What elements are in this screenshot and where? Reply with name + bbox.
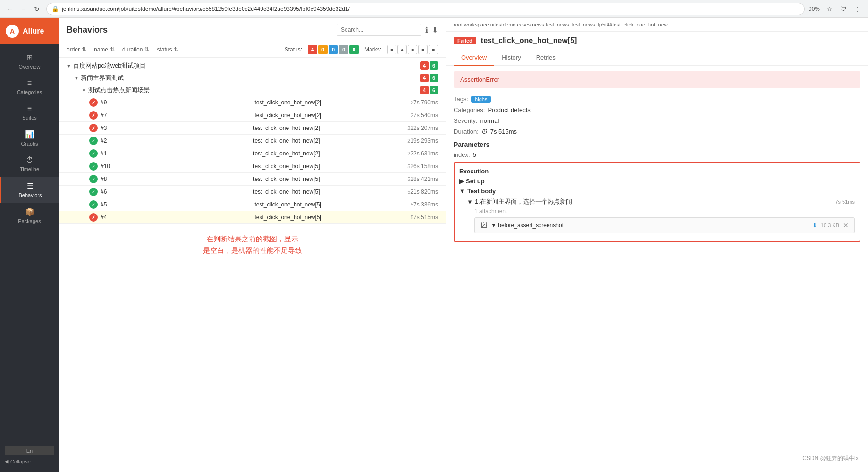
status-badge-failed[interactable]: 4 <box>308 45 317 54</box>
search-input[interactable] <box>337 24 421 36</box>
duration-value: 7s 515ms <box>490 128 517 135</box>
testbody-section[interactable]: ▼ Test body ▼ 1.在新闻主界面，选择一个热点新闻 7s 51ms … <box>459 188 855 233</box>
sidebar-item-packages[interactable]: 📦 Packages <box>0 203 59 229</box>
test-row-t9[interactable]: ✓ #5 test_click_one_hot_new[5] 5 7s 336m… <box>59 198 446 211</box>
suites-icon: ≡ <box>27 104 32 113</box>
attachment-download[interactable]: ⬇ <box>812 222 817 229</box>
tab-retries[interactable]: Retries <box>529 50 563 66</box>
test-row-t3[interactable]: ✗ #3 test_click_one_hot_new[2] 2 22s 207… <box>59 122 446 135</box>
tab-overview[interactable]: Overview <box>454 50 494 66</box>
mark-badge-2[interactable]: ■ <box>408 45 417 54</box>
status-icon-pass: ✓ <box>89 175 98 183</box>
status-icon-pass: ✓ <box>89 162 98 171</box>
collapse-label: Collapse <box>10 459 31 464</box>
count-badge-green3: 6 <box>430 86 438 94</box>
status-badge-skipped[interactable]: 0 <box>329 45 338 54</box>
test-row-t10[interactable]: ✗ #4 test_click_one_hot_new[5] 5 7s 515m… <box>59 211 446 224</box>
sidebar-item-graphs[interactable]: 📊 Graphs <box>0 125 59 151</box>
test-row-t1[interactable]: ✗ #9 test_click_one_hot_new[2] 2 7s 790m… <box>59 96 446 109</box>
step-1[interactable]: ▼ 1.在新闻主界面，选择一个热点新闻 7s 51ms 1 attachment… <box>467 197 855 233</box>
test-num: #10 <box>101 163 253 170</box>
order-column[interactable]: order ⇅ <box>67 46 86 53</box>
duration-label: Duration: <box>454 128 479 135</box>
info-button[interactable]: ℹ <box>425 26 428 34</box>
param-index-value: 5 <box>473 151 476 158</box>
detail-path: root.workspace.uitestdemo.cases.news.tes… <box>446 18 868 32</box>
annotation-text: 在判断结果之前的截图，显示是空白，是机器的性能不足导致 <box>203 233 302 256</box>
status-badge-passed[interactable]: 0 <box>349 45 359 54</box>
tab-history[interactable]: History <box>494 50 528 66</box>
chevron-icon: ▼ <box>74 76 79 81</box>
sidebar-bottom: En ◀ Collapse <box>0 441 59 472</box>
step-1-duration: 7s 51ms <box>835 199 855 205</box>
setup-label: Set up <box>466 178 485 185</box>
chevron-setup-icon: ▶ <box>459 178 464 185</box>
download-button[interactable]: ⬇ <box>432 26 438 34</box>
test-row-t4[interactable]: ✓ #2 test_click_one_hot_new[2] 2 19s 293… <box>59 135 446 147</box>
status-icon-pass: ✓ <box>89 137 98 145</box>
test-row-t7[interactable]: ✓ #8 test_click_one_hot_new[5] 5 28s 421… <box>59 173 446 186</box>
bookmark-button[interactable]: ☆ <box>824 3 835 15</box>
test-duration-t3: 22s 207ms <box>410 125 438 131</box>
lang-button[interactable]: En <box>5 446 54 455</box>
name-column[interactable]: name ⇅ <box>94 46 115 53</box>
test-row-t5[interactable]: ✓ #1 test_click_one_hot_new[2] 2 22s 631… <box>59 147 446 160</box>
test-duration-t4: 19s 293ms <box>410 137 438 144</box>
test-row-t6[interactable]: ✓ #10 test_click_one_hot_new[5] 5 26s 15… <box>59 160 446 173</box>
execution-header: Execution <box>459 168 855 175</box>
test-duration-t9: 7s 336ms <box>413 201 438 208</box>
tags-row: Tags: highs <box>454 95 860 103</box>
categories-value: Product defects <box>488 106 530 113</box>
sidebar-item-behaviors[interactable]: ☰ Behaviors <box>0 177 59 203</box>
sidebar-item-overview[interactable]: ⊞ Overview <box>0 48 59 74</box>
setup-section[interactable]: ▶ Set up <box>459 178 855 185</box>
test-name-t6: test_click_one_hot_new[5] <box>253 163 405 170</box>
group-news-ui-label: 新闻主界面测试 <box>81 74 124 82</box>
mark-badge-4[interactable]: ■ <box>429 45 438 54</box>
sidebar-item-categories[interactable]: ≡ Categories <box>0 74 59 100</box>
shield-button[interactable]: 🛡 <box>838 3 849 15</box>
marks-filter-label: Marks: <box>364 46 381 53</box>
test-name-t8: test_click_one_hot_new[5] <box>253 189 405 195</box>
forward-button[interactable]: → <box>18 3 29 15</box>
testbody-label: Test body <box>467 188 496 195</box>
browser-chrome: ← → ↻ 🔒 jenkins.xusanduo.com/job/uitestd… <box>0 0 868 18</box>
test-row-t2[interactable]: ✗ #7 test_click_one_hot_new[2] 2 7s 540m… <box>59 109 446 122</box>
attachment-close[interactable]: ✕ <box>843 222 849 229</box>
test-num: #3 <box>101 125 253 131</box>
param-index-label: index: <box>454 151 470 158</box>
mark-badge-3[interactable]: ■ <box>418 45 428 54</box>
attachment-box[interactable]: 🖼 ▼ before_assert_screenshot ⬇ 10.3 KB ✕ <box>474 217 855 233</box>
group-news-ui[interactable]: ▼ 新闻主界面测试 4 6 <box>59 72 446 84</box>
chevron-step1-icon: ▼ <box>467 198 473 206</box>
refresh-button[interactable]: ↻ <box>31 3 42 15</box>
duration-column[interactable]: duration ⇅ <box>122 46 149 53</box>
url-bar[interactable]: 🔒 jenkins.xusanduo.com/job/uitestdemo/al… <box>46 3 805 15</box>
error-banner: AssertionError <box>454 71 860 88</box>
collapse-button[interactable]: ◀ Collapse <box>5 455 54 467</box>
test-num: #5 <box>101 201 254 208</box>
logo-icon: A <box>6 25 19 38</box>
mark-badge-0[interactable]: ■ <box>387 45 396 54</box>
sidebar-item-suites[interactable]: ≡ Suites <box>0 100 59 125</box>
status-badge-broken[interactable]: 0 <box>318 45 328 54</box>
mark-badge-1[interactable]: ● <box>397 45 407 54</box>
severity-value: normal <box>480 117 499 124</box>
setup-header: ▶ Set up <box>459 178 855 185</box>
group-hot-news[interactable]: ▼ 测试点击热点新闻场景 4 6 <box>59 84 446 96</box>
categories-row: Categories: Product defects <box>454 106 860 113</box>
test-num: #9 <box>101 99 254 106</box>
categories-icon: ≡ <box>27 79 32 87</box>
menu-button[interactable]: ⋮ <box>852 3 863 15</box>
status-badge-unknown[interactable]: 0 <box>339 45 348 54</box>
test-name-t10: test_click_one_hot_new[5] <box>254 214 408 221</box>
annotation-box: 在判断结果之前的截图，显示是空白，是机器的性能不足导致 <box>59 224 446 266</box>
status-badges: 4 0 0 0 0 <box>308 45 359 54</box>
group-baidu[interactable]: ▼ 百度网站pc端web测试项目 4 6 <box>59 60 446 72</box>
test-row-t8[interactable]: ✓ #6 test_click_one_hot_new[5] 5 21s 820… <box>59 186 446 198</box>
back-button[interactable]: ← <box>5 3 16 15</box>
status-column[interactable]: status ⇅ <box>157 46 178 53</box>
group-hot-news-label: 测试点击热点新闻场景 <box>88 86 150 94</box>
sidebar-item-timeline[interactable]: ⏱ Timeline <box>0 151 59 177</box>
attachment-size: 10.3 KB <box>821 223 839 228</box>
